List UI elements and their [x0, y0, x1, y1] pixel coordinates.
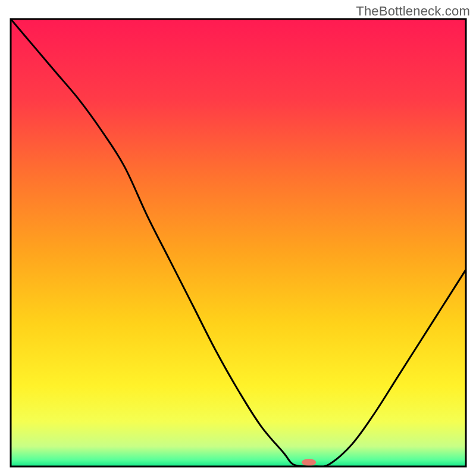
- plot-background: [11, 19, 466, 466]
- bottleneck-chart: [0, 0, 476, 476]
- optimum-marker: [302, 459, 316, 466]
- watermark-label: TheBottleneck.com: [356, 4, 470, 19]
